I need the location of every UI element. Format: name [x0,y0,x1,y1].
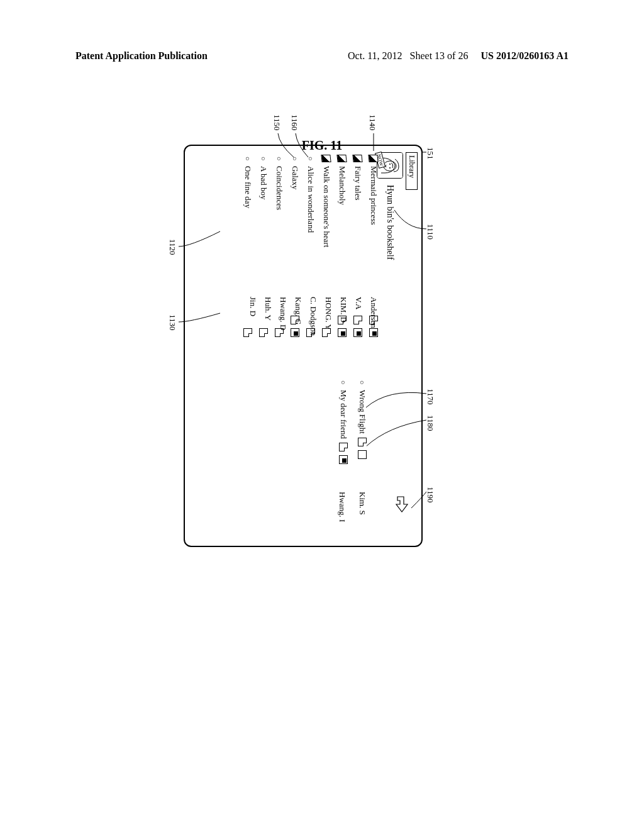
pub-number: US 2012/0260163 A1 [480,50,569,61]
cover-thumb-icon [339,455,348,464]
book-author: Andersen [369,297,379,328]
pub-header-left: Patent Application Publication [75,50,208,62]
book-title: Fairy tales [353,166,363,312]
book-author: Kang. G [293,297,303,324]
book-author: Hwang. I [337,492,347,522]
pub-sheet: Sheet 13 of 26 [410,50,469,61]
share-arrow-icon [394,495,410,514]
note-icon [259,328,268,337]
ref-1110: 1110 [425,224,435,240]
note-icon [358,438,367,446]
note-icon [243,328,252,337]
ref-1170: 1170 [425,389,435,405]
ref-1150: 1150 [272,114,282,131]
pub-date: Oct. 11, 2012 [348,50,402,61]
cover-thumb-icon [353,328,362,337]
bookshelf-title: Hyun bin's bookshelf [385,185,395,260]
profile-row: Hyun bin's bookshelf [377,152,403,540]
ref-1180: 1180 [425,415,435,431]
book-list-right: Wrong FlightKim. SMy dear friendHwang. I [330,379,367,542]
book-title: Wrong Flight [357,390,367,434]
figure-11-container: 151 1110 1170 1180 1190 1140 1160 1150 1… [146,107,498,585]
book-title: Melancholy [337,166,347,312]
svg-point-3 [389,167,391,169]
library-titlebar: Library [406,152,418,190]
book-title: Mermaid princess [369,166,379,312]
book-row[interactable]: Wrong Flight [357,379,367,542]
svg-point-2 [389,163,391,165]
book-author: KIM. D [338,297,348,323]
book-author: C. Dodgson [308,297,318,336]
cover-thumb-icon [358,450,367,459]
pub-header-right: Oct. 11, 2012 Sheet 13 of 26 US 2012/026… [348,50,569,62]
ref-1140: 1140 [367,114,377,131]
ref-1130: 1130 [167,314,177,331]
ref-1190: 1190 [425,487,435,503]
book-row[interactable]: Fairy tales [353,155,363,337]
cover-thumb-icon [291,328,299,337]
ref-151: 151 [425,147,435,160]
device-screen: Library Hyun bin's bookshelf [184,145,423,547]
note-icon [339,443,348,451]
book-author: Kim. S [357,492,367,515]
note-icon [353,316,362,324]
ref-1120: 1120 [167,239,177,255]
book-author: V.A [353,297,364,309]
book-author: Jin. D [248,297,258,316]
book-author: HONG. Y [323,297,333,330]
cover-thumb-icon [369,328,378,337]
book-author: Huh. Y [263,297,273,321]
book-author: Hwang. D [278,297,288,330]
ref-1160: 1160 [289,114,299,131]
book-title: Galaxy [290,166,300,312]
book-title: My dear friend [338,390,348,439]
cover-thumb-icon [338,328,347,337]
